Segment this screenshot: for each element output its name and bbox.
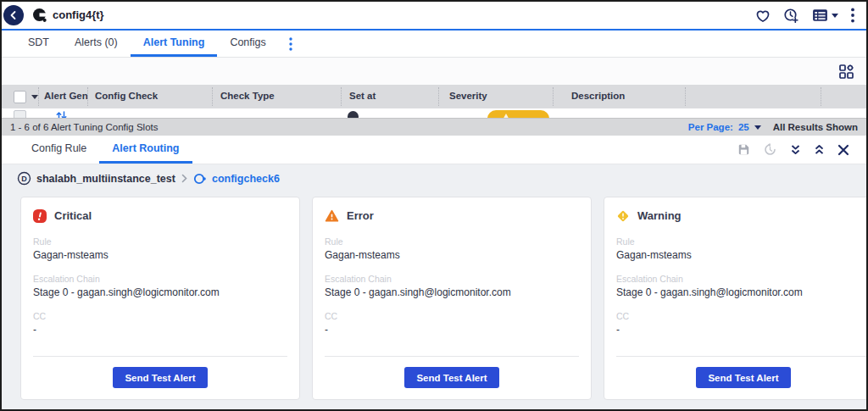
page-title: config4{t} <box>53 8 104 21</box>
collapse-panel-icon[interactable] <box>790 144 801 156</box>
col-severity[interactable]: Severity <box>449 91 487 101</box>
cc-value: - <box>325 324 579 336</box>
severity-badge <box>487 110 549 118</box>
favorite-heart-icon[interactable] <box>755 8 771 23</box>
sdt-clock-plus-icon[interactable] <box>783 8 799 24</box>
expand-panel-icon[interactable] <box>814 144 825 156</box>
rule-label: Rule <box>616 236 868 247</box>
tab-configs[interactable]: Configs <box>217 31 278 57</box>
selection-menu-caret-icon[interactable] <box>31 95 38 99</box>
table-header: Alert Gen Config Check Check Type Set at… <box>2 85 866 108</box>
col-config-check[interactable]: Config Check <box>95 91 158 101</box>
set-at-clock-icon <box>348 111 359 118</box>
logicmonitor-logo-icon <box>32 8 48 24</box>
rule-label: Rule <box>325 236 579 247</box>
tab-sdt[interactable]: SDT <box>15 31 62 57</box>
per-page-value: 25 <box>738 122 749 132</box>
chain-value: Stage 0 - gagan.singh@logicmonitor.com <box>616 286 868 298</box>
card-divider <box>325 356 579 357</box>
close-panel-icon[interactable] <box>837 144 849 156</box>
results-statusbar: 1 - 6 of 6 Alert Tuning Config Slots Per… <box>2 118 866 136</box>
tab-alerts[interactable]: Alerts (0) <box>62 31 131 57</box>
tab-label: Alert Routing <box>112 142 179 154</box>
chevron-down-icon <box>754 125 761 130</box>
warning-triangle-icon <box>502 114 510 118</box>
chevron-left-icon <box>8 10 19 20</box>
rule-value: Gagan-msteams <box>33 249 287 261</box>
detail-panel-body: D shalabh_multiinstance_test configcheck… <box>2 164 866 411</box>
history-icon[interactable] <box>763 142 777 157</box>
chain-label: Escalation Chain <box>616 274 868 284</box>
cc-value: - <box>33 324 287 336</box>
tab-label: Alert Tuning <box>143 36 205 48</box>
cc-label: CC <box>616 311 868 321</box>
breadcrumb-instance[interactable]: configcheck6 <box>212 173 280 185</box>
card-divider <box>616 356 868 357</box>
rule-label: Rule <box>33 236 287 247</box>
breadcrumb-device[interactable]: shalabh_multiinstance_test <box>36 173 175 185</box>
device-circled-d-icon: D <box>17 171 31 186</box>
warning-icon <box>616 209 630 223</box>
instance-circle-icon <box>193 172 207 186</box>
app-window: config4{t} <box>0 0 868 411</box>
detail-panel-tabbar: Config Rule Alert Routing <box>2 136 866 164</box>
tab-alert-routing[interactable]: Alert Routing <box>99 136 192 164</box>
back-button[interactable] <box>3 5 24 25</box>
severity-title: Critical <box>54 209 92 222</box>
cc-label: CC <box>325 311 579 321</box>
critical-icon <box>33 209 47 223</box>
critical-card: Critical Rule Gagan-msteams Escalation C… <box>20 197 300 400</box>
table-toolbar <box>2 58 866 85</box>
svg-text:D: D <box>21 175 27 183</box>
tab-label: Config Rule <box>31 142 86 154</box>
tab-alert-tuning[interactable]: Alert Tuning <box>131 31 218 57</box>
col-set-at[interactable]: Set at <box>349 91 376 101</box>
error-icon <box>325 209 339 223</box>
kebab-menu-icon[interactable] <box>851 8 854 23</box>
send-test-alert-button[interactable]: Send Test Alert <box>696 367 790 388</box>
alert-gen-icon <box>56 110 67 118</box>
breadcrumb: D shalabh_multiinstance_test configcheck… <box>2 164 866 186</box>
col-alert-gen[interactable]: Alert Gen <box>44 91 88 101</box>
cc-label: CC <box>33 311 287 321</box>
per-page-selector[interactable]: Per Page: 25 <box>688 122 761 132</box>
tab-config-rule[interactable]: Config Rule <box>19 136 99 164</box>
table-row-partial[interactable] <box>2 108 866 118</box>
save-icon[interactable] <box>737 143 750 156</box>
card-divider <box>33 356 287 357</box>
col-check-type[interactable]: Check Type <box>220 91 275 101</box>
col-description[interactable]: Description <box>571 91 625 101</box>
warning-card: Warning Rule Gagan-msteams Escalation Ch… <box>604 197 868 400</box>
chain-label: Escalation Chain <box>33 274 287 284</box>
results-summary: 1 - 6 of 6 Alert Tuning Config Slots <box>10 122 159 132</box>
chevron-right-icon <box>181 174 188 183</box>
tabs-overflow-kebab-icon[interactable] <box>289 31 292 57</box>
severity-title: Warning <box>637 209 682 222</box>
select-all-checkbox[interactable] <box>14 91 26 103</box>
row-checkbox[interactable] <box>14 110 26 118</box>
severity-title: Error <box>347 209 374 222</box>
per-page-label: Per Page: <box>688 122 733 132</box>
column-chooser-icon[interactable] <box>838 64 854 80</box>
rule-value: Gagan-msteams <box>325 249 579 261</box>
tab-label: SDT <box>28 36 49 48</box>
error-card: Error Rule Gagan-msteams Escalation Chai… <box>312 197 592 400</box>
resource-tabbar: SDT Alerts (0) Alert Tuning Configs <box>2 31 866 58</box>
severity-cards: Critical Rule Gagan-msteams Escalation C… <box>20 197 868 400</box>
chain-label: Escalation Chain <box>325 274 579 284</box>
tab-label: Configs <box>230 36 265 48</box>
chain-value: Stage 0 - gagan.singh@logicmonitor.com <box>33 286 287 298</box>
all-results-text: All Results Shown <box>773 122 858 132</box>
cc-value: - <box>616 324 868 336</box>
chevron-down-icon <box>832 14 838 18</box>
rule-value: Gagan-msteams <box>616 249 868 261</box>
send-test-alert-button[interactable]: Send Test Alert <box>404 367 498 388</box>
top-header: config4{t} <box>2 2 866 31</box>
send-test-alert-button[interactable]: Send Test Alert <box>113 367 207 388</box>
tab-label: Alerts (0) <box>75 36 118 48</box>
views-table-icon[interactable] <box>812 8 838 22</box>
chain-value: Stage 0 - gagan.singh@logicmonitor.com <box>325 286 579 298</box>
